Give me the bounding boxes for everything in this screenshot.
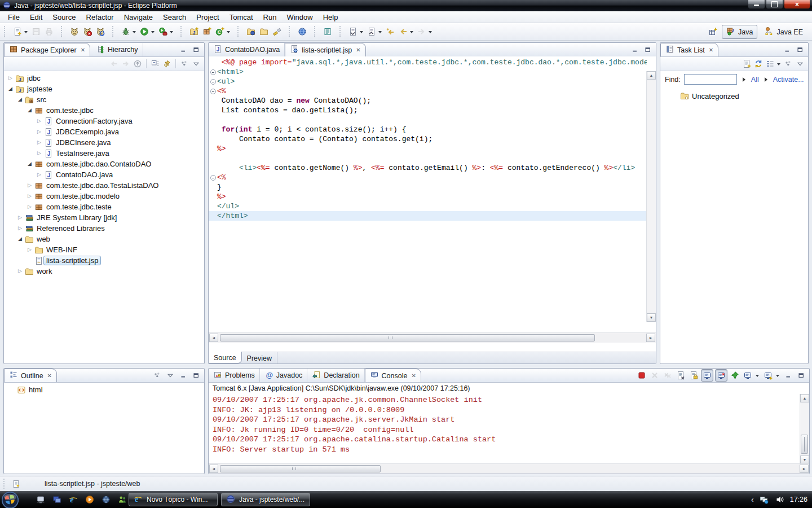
java-search-icon[interactable] bbox=[244, 25, 257, 38]
console-horizontal-scrollbar[interactable]: ◄ ► bbox=[209, 463, 809, 474]
close-button[interactable]: × bbox=[784, 0, 810, 9]
toolbar-grip[interactable] bbox=[180, 26, 184, 37]
tree-twistie-icon[interactable]: ▷ bbox=[35, 116, 43, 126]
maximize-view-icon[interactable] bbox=[796, 370, 807, 381]
tree-twistie-icon[interactable]: ▷ bbox=[25, 244, 34, 255]
tree-item-com-teste-jdbc[interactable]: ◢com.teste.jdbc bbox=[4, 105, 204, 116]
collapse-all-icon[interactable] bbox=[149, 58, 161, 69]
code-line-9[interactable]: Contato contato = (Contato) contatos.get… bbox=[209, 134, 647, 144]
code-line-16[interactable]: </ul> bbox=[209, 202, 647, 211]
scroll-lock-icon[interactable] bbox=[688, 370, 699, 381]
console-scroll-down-button[interactable]: ▼ bbox=[800, 456, 809, 464]
new-java-project-icon[interactable]: J bbox=[187, 25, 200, 38]
dropdown-arrow-icon[interactable] bbox=[24, 31, 28, 35]
menu-tomcat[interactable]: Tomcat bbox=[224, 12, 258, 23]
tab-problems[interactable]: Problems bbox=[209, 369, 260, 382]
tab-outline[interactable]: Outline✕ bbox=[4, 369, 57, 382]
code-line-5[interactable]: ContatoDAO dao = new ContatoDAO(); bbox=[209, 96, 647, 106]
code-editor[interactable]: <%@ page import="java.sql.*,java.util.*,… bbox=[209, 58, 647, 343]
fold-marker-icon[interactable] bbox=[209, 173, 217, 182]
editor-mode-tab-preview[interactable]: Preview bbox=[242, 352, 277, 364]
tree-item-web[interactable]: ◢web bbox=[4, 234, 204, 244]
nav-forward-icon[interactable] bbox=[415, 25, 428, 38]
fold-marker-icon[interactable] bbox=[209, 77, 217, 86]
scroll-up-button[interactable]: ▲ bbox=[647, 71, 656, 80]
run-icon[interactable] bbox=[138, 25, 151, 38]
console-scroll-up-button[interactable]: ▲ bbox=[800, 394, 809, 402]
tree-twistie-icon[interactable]: ◢ bbox=[6, 84, 15, 94]
tab-declaration[interactable]: Declaration bbox=[307, 369, 364, 382]
dropdown-arrow-icon[interactable] bbox=[360, 31, 363, 35]
tree-item-contatodao-java[interactable]: ▷JContatoDAO.java bbox=[4, 169, 204, 180]
tree-item-web-inf[interactable]: ▷WEB-INF bbox=[4, 244, 204, 255]
console-output[interactable]: 09/10/2007 17:25:17 org.apache.jk.common… bbox=[209, 394, 800, 464]
tree-twistie-icon[interactable]: ▷ bbox=[16, 223, 24, 234]
volume-icon[interactable] bbox=[774, 494, 785, 505]
code-line-8[interactable]: for(int i = 0; i < contatos.size(); i++)… bbox=[209, 125, 647, 134]
view-forward-icon[interactable] bbox=[120, 58, 131, 69]
tree-item-com-teste-jdbc-dao-testalistadao[interactable]: ▷com.teste.jdbc.dao.TestaListaDAO bbox=[4, 180, 204, 191]
editor-vertical-scrollbar[interactable]: ▲ ▼ bbox=[646, 71, 656, 322]
tree-item-jdbc[interactable]: ▷Jjdbc bbox=[4, 73, 204, 84]
code-line-7[interactable] bbox=[209, 115, 647, 125]
tree-item-com-teste-jdbc-dao-contatodao[interactable]: ◢com.teste.jdbc.dao.ContatoDAO bbox=[4, 159, 204, 169]
tree-twistie-icon[interactable]: ▷ bbox=[25, 191, 34, 202]
toolbar-grip[interactable] bbox=[289, 26, 292, 37]
tomcat-stop-icon[interactable] bbox=[81, 25, 94, 38]
dropdown-arrow-icon[interactable] bbox=[151, 31, 155, 35]
menu-edit[interactable]: Edit bbox=[25, 12, 47, 23]
prev-annotation-icon[interactable] bbox=[365, 25, 378, 38]
dropdown-arrow-icon[interactable] bbox=[756, 375, 759, 379]
scrollbar-thumb[interactable] bbox=[220, 334, 595, 341]
tree-item-jspteste[interactable]: ◢Jjspteste bbox=[4, 84, 204, 94]
dropdown-arrow-icon[interactable] bbox=[133, 31, 136, 35]
open-folder-icon[interactable] bbox=[257, 25, 270, 38]
code-line-4[interactable]: <% bbox=[209, 86, 647, 96]
close-tab-icon[interactable]: ✕ bbox=[81, 47, 85, 53]
code-line-11[interactable] bbox=[209, 154, 647, 163]
save-icon[interactable] bbox=[29, 25, 42, 38]
dots-icon[interactable] bbox=[783, 58, 794, 69]
find-input[interactable] bbox=[684, 74, 737, 85]
menu-run[interactable]: Run bbox=[258, 12, 282, 23]
tree-twistie-icon[interactable]: ▷ bbox=[35, 148, 43, 159]
dots-icon[interactable] bbox=[179, 58, 190, 69]
code-line-12[interactable]: <li><%= contato.getNome() %>, <%= contat… bbox=[209, 163, 647, 173]
debug-icon[interactable] bbox=[119, 25, 132, 38]
taskbar-button-browser[interactable]: eNovo Tópico - Win... bbox=[129, 493, 218, 506]
tree-twistie-icon[interactable]: ▷ bbox=[35, 169, 43, 180]
clear-icon[interactable] bbox=[675, 370, 686, 381]
dropdown-arrow-icon[interactable] bbox=[378, 31, 382, 35]
ql-globe-icon[interactable] bbox=[100, 494, 112, 505]
taskbar-button-eclipse[interactable]: Java - jspteste/web/... bbox=[221, 493, 310, 506]
task-view-icon[interactable] bbox=[321, 25, 334, 38]
dropdown-arrow-icon[interactable] bbox=[429, 31, 432, 35]
code-line-17[interactable]: </html> bbox=[209, 211, 647, 221]
scroll-down-button[interactable]: ▼ bbox=[647, 313, 656, 322]
minimize-view-icon[interactable] bbox=[629, 44, 641, 55]
ql-ie-icon[interactable]: e bbox=[68, 494, 79, 505]
new-wizard-icon[interactable] bbox=[11, 25, 24, 38]
scroll-right-button[interactable]: ► bbox=[646, 334, 655, 342]
tree-twistie-icon[interactable]: ◢ bbox=[25, 159, 34, 169]
ql-desktop-icon[interactable] bbox=[35, 494, 46, 505]
tree-twistie-icon[interactable]: ▷ bbox=[16, 266, 24, 277]
tree-twistie-icon[interactable]: ◢ bbox=[16, 94, 24, 105]
menu-search[interactable]: Search bbox=[158, 12, 191, 23]
dropdown-arrow-icon[interactable] bbox=[776, 375, 779, 379]
perspective-java[interactable]: JJava bbox=[722, 25, 757, 39]
code-line-13[interactable]: <% bbox=[209, 173, 647, 182]
menu-window[interactable]: Window bbox=[281, 12, 317, 23]
maximize-view-icon[interactable] bbox=[642, 44, 654, 55]
dropdown-arrow-icon[interactable] bbox=[170, 31, 173, 35]
tab-contatodao-java[interactable]: JContatoDAO.java bbox=[209, 43, 285, 56]
tree-item-work[interactable]: ▷work bbox=[4, 266, 204, 277]
code-line-14[interactable]: } bbox=[209, 182, 647, 192]
toolbar-grip[interactable] bbox=[61, 26, 64, 37]
minimize-view-icon[interactable] bbox=[178, 370, 189, 381]
tomcat-restart-icon[interactable] bbox=[94, 25, 107, 38]
remove-all-icon[interactable] bbox=[662, 370, 673, 381]
close-tab-icon[interactable]: ✕ bbox=[411, 373, 416, 379]
tree-item-lista-scriptlet-jsp[interactable]: lista-scriptlet.jsp bbox=[4, 255, 204, 266]
start-button[interactable] bbox=[2, 492, 19, 508]
